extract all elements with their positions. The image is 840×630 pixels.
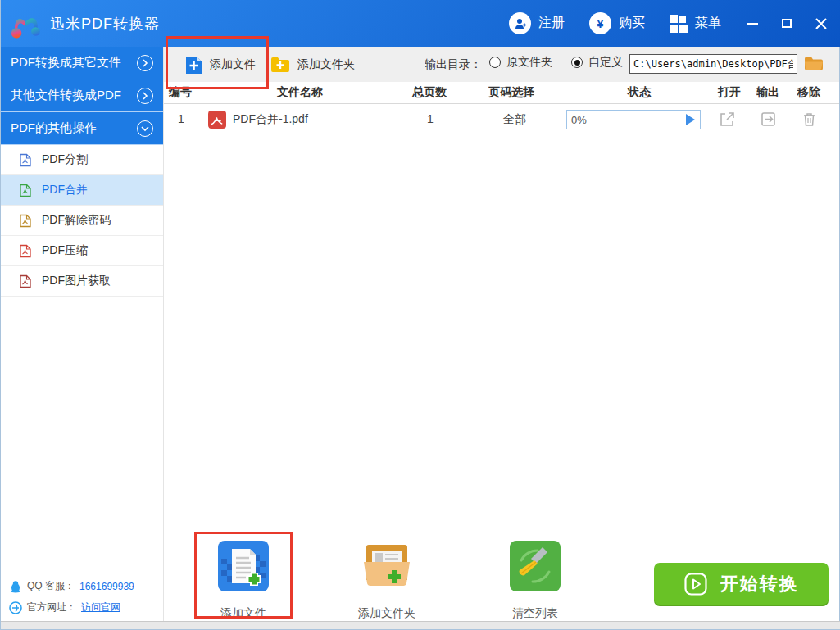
bottom-divider bbox=[164, 537, 839, 537]
add-file-label: 添加文件 bbox=[210, 57, 256, 72]
add-file-big-label: 添加文件 bbox=[194, 606, 293, 621]
sidebar-item-label: PDF分割 bbox=[42, 152, 88, 167]
add-file-button[interactable]: 添加文件 bbox=[185, 47, 256, 82]
menu-grid-icon bbox=[670, 15, 688, 33]
add-file-big-icon bbox=[218, 541, 269, 591]
col-header-no: 编号 bbox=[169, 85, 192, 100]
radio-custom-label: 自定义 bbox=[588, 55, 623, 70]
title-bar: 迅米PDF转换器 注册 ¥ 购买 菜单 bbox=[1, 0, 840, 47]
sidebar-item-pdf-image-extract[interactable]: PDF图片获取 bbox=[1, 266, 163, 297]
trash-icon[interactable] bbox=[801, 111, 818, 128]
col-header-filename: 文件名称 bbox=[277, 85, 323, 100]
browse-folder-button[interactable] bbox=[804, 55, 824, 72]
row-number: 1 bbox=[178, 112, 184, 125]
app-logo-icon bbox=[7, 7, 45, 41]
sidebar-section-other-to-pdf[interactable]: 其他文件转换成PDF bbox=[1, 79, 163, 112]
table-row: 1 PDF合并-1.pdf 1 全部 0% bbox=[164, 104, 839, 135]
col-header-output: 输出 bbox=[756, 85, 779, 100]
col-header-total-pages: 总页数 bbox=[412, 85, 447, 100]
start-convert-label: 开始转换 bbox=[720, 572, 799, 596]
row-filename: PDF合并-1.pdf bbox=[233, 112, 308, 127]
support-links: QQ 客服： 1661699939 官方网址： 访问官网 bbox=[9, 572, 134, 614]
output-dir-label: 输出目录： bbox=[425, 57, 482, 72]
radio-custom[interactable]: 自定义 bbox=[571, 55, 623, 70]
progress-percent: 0% bbox=[571, 114, 686, 126]
clear-list-big-icon bbox=[510, 541, 561, 591]
radio-circle-checked-icon bbox=[571, 57, 583, 68]
chevron-down-icon bbox=[137, 120, 153, 137]
qq-icon bbox=[9, 580, 22, 593]
open-file-icon[interactable] bbox=[719, 111, 736, 128]
add-folder-button[interactable]: 添加文件夹 bbox=[270, 47, 355, 82]
pdf-file-icon bbox=[18, 274, 32, 288]
sidebar-item-pdf-remove-password[interactable]: PDF解除密码 bbox=[1, 206, 163, 236]
pdf-file-icon bbox=[18, 184, 32, 197]
radio-original-label: 原文件夹 bbox=[506, 55, 552, 70]
row-page-select[interactable]: 全部 bbox=[503, 112, 526, 127]
pdf-file-icon bbox=[18, 153, 32, 167]
play-icon bbox=[684, 573, 707, 596]
menu-button[interactable]: 菜单 bbox=[670, 15, 721, 33]
sidebar-item-label: PDF图片获取 bbox=[42, 274, 111, 288]
main-panel: 添加文件 添加文件夹 输出目录： 原文件夹 自定义 bbox=[164, 47, 839, 629]
maximize-button[interactable] bbox=[780, 17, 793, 30]
sidebar-item-label: PDF合并 bbox=[42, 183, 88, 197]
add-folder-big-label: 添加文件夹 bbox=[338, 606, 436, 621]
progress-bar: 0% bbox=[566, 110, 701, 129]
col-header-page-select: 页码选择 bbox=[488, 85, 534, 100]
register-button[interactable]: 注册 bbox=[509, 12, 565, 34]
add-folder-label: 添加文件夹 bbox=[297, 57, 355, 72]
browser-e-icon bbox=[9, 601, 22, 614]
col-header-open: 打开 bbox=[718, 85, 741, 100]
register-user-icon bbox=[509, 12, 531, 34]
start-convert-button[interactable]: 开始转换 bbox=[654, 563, 829, 605]
table-header-row: 编号 文件名称 总页数 页码选择 状态 打开 输出 移除 bbox=[164, 82, 839, 104]
clear-list-big-button[interactable]: 清空列表 bbox=[486, 541, 584, 621]
window-bottom-edge bbox=[1, 621, 840, 629]
pdf-red-icon bbox=[208, 111, 226, 129]
menu-label: 菜单 bbox=[695, 15, 721, 32]
official-site-link[interactable]: 访问官网 bbox=[81, 601, 120, 614]
row-total-pages: 1 bbox=[427, 112, 434, 125]
pdf-file-icon bbox=[18, 244, 32, 258]
radio-circle-icon bbox=[489, 57, 501, 68]
qq-number-link[interactable]: 1661699939 bbox=[79, 581, 134, 592]
close-button[interactable] bbox=[815, 17, 828, 30]
sidebar-item-pdf-compress[interactable]: PDF压缩 bbox=[1, 236, 163, 266]
row-play-icon[interactable] bbox=[686, 114, 695, 125]
sidebar: PDF转换成其它文件 其他文件转换成PDF PDF的其他操作 PDF分割 PDF… bbox=[1, 47, 164, 621]
pdf-file-icon bbox=[18, 214, 32, 228]
output-path-input[interactable] bbox=[629, 54, 797, 74]
col-header-remove: 移除 bbox=[797, 85, 820, 100]
register-label: 注册 bbox=[538, 15, 565, 32]
sidebar-item-label: PDF解除密码 bbox=[42, 213, 111, 228]
sidebar-item-pdf-split[interactable]: PDF分割 bbox=[1, 145, 163, 175]
sidebar-section-pdf-other-ops[interactable]: PDF的其他操作 bbox=[1, 112, 163, 145]
add-file-icon bbox=[185, 55, 202, 75]
radio-original-folder[interactable]: 原文件夹 bbox=[489, 55, 552, 70]
sidebar-section-pdf-to-other[interactable]: PDF转换成其它文件 bbox=[1, 47, 163, 79]
yen-icon: ¥ bbox=[589, 12, 611, 34]
toolbar: 添加文件 添加文件夹 输出目录： 原文件夹 自定义 bbox=[164, 47, 839, 82]
add-folder-icon bbox=[270, 57, 290, 73]
section-label: PDF转换成其它文件 bbox=[11, 55, 121, 70]
minimize-button[interactable] bbox=[746, 17, 759, 30]
section-label: PDF的其他操作 bbox=[11, 120, 97, 136]
app-title: 迅米PDF转换器 bbox=[50, 14, 160, 34]
add-folder-big-icon bbox=[361, 541, 412, 591]
clear-list-big-label: 清空列表 bbox=[486, 606, 584, 621]
sidebar-item-pdf-merge[interactable]: PDF合并 bbox=[1, 175, 163, 206]
buy-label: 购买 bbox=[619, 15, 645, 32]
qq-support-label: QQ 客服： bbox=[27, 579, 75, 593]
buy-button[interactable]: ¥ 购买 bbox=[589, 12, 645, 34]
col-header-status: 状态 bbox=[628, 85, 651, 100]
chevron-right-icon bbox=[137, 55, 153, 71]
add-file-big-button[interactable]: 添加文件 bbox=[194, 541, 293, 621]
open-output-icon[interactable] bbox=[760, 111, 777, 128]
sidebar-item-label: PDF压缩 bbox=[42, 243, 88, 258]
chevron-right-icon bbox=[137, 88, 153, 104]
section-label: 其他文件转换成PDF bbox=[11, 88, 121, 103]
app-window: 迅米PDF转换器 注册 ¥ 购买 菜单 bbox=[0, 0, 840, 630]
official-site-label: 官方网址： bbox=[27, 601, 76, 614]
add-folder-big-button[interactable]: 添加文件夹 bbox=[338, 541, 436, 621]
